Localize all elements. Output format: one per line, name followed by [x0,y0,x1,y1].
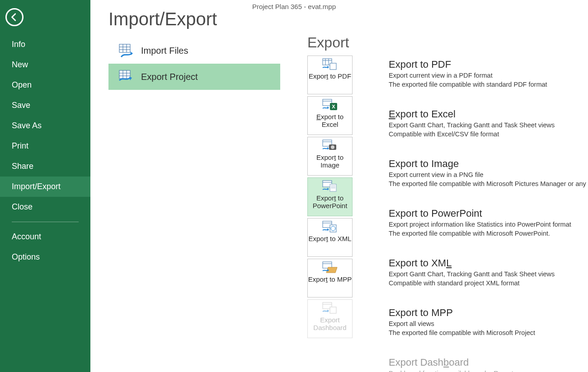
sidebar-item-options[interactable]: Options [0,247,90,267]
export-tile-xml[interactable]: Export to XML [307,218,353,257]
backstage-main: Import/Export Import Files Export Projec… [90,0,588,372]
import-files-icon [117,42,135,60]
page-title: Import/Export [108,9,280,29]
export-tile-excel-label: Export to Excel [308,113,352,129]
sidebar-item-new[interactable]: New [0,55,90,75]
backstage-sidebar: InfoNewOpenSaveSave AsPrintShareImport/E… [0,0,90,372]
export-desc-powerpoint: Export to PowerPointExport project infor… [389,208,588,246]
sidebar-item-save-as[interactable]: Save As [0,116,90,136]
export-desc-powerpoint-line: Export project information like Statisti… [389,220,588,229]
export-desc-dashboard-title: Export Dashboard [389,357,588,368]
import-files-label: Import Files [141,46,188,56]
export-desc-pdf-title: Export to PDF [389,59,588,70]
arrow-left-icon [9,12,19,22]
sidebar-item-share[interactable]: Share [0,156,90,177]
export-powerpoint-icon [322,180,338,193]
export-desc-powerpoint-title: Export to PowerPoint [389,208,588,219]
export-desc-dashboard-line: Dashboard function available under Repor… [389,369,588,372]
export-tile-dashboard-label: Export Dashboard [308,316,352,332]
export-desc-xml-line: Export Gantt Chart, Tracking Gantt and T… [389,270,588,279]
export-xml-icon [322,220,338,234]
export-desc-excel-line: Export Gantt Chart, Tracking Gantt and T… [389,121,588,130]
export-desc-mpp-line: The exported file compatible with Micros… [389,329,588,338]
export-heading: Export [307,34,362,51]
export-tile-pdf[interactable]: Export to PDF [307,56,353,94]
export-excel-icon: X [322,98,338,112]
svg-rect-0 [119,44,130,52]
svg-point-22 [331,145,334,149]
export-desc-pdf-line: The exported file compatible with standa… [389,80,588,89]
import-export-panel: Import/Export Import Files Export Projec… [108,9,280,372]
export-desc-pdf-line: Export current view in a PDF format [389,71,588,80]
export-desc-xml-line: Compatible with standard project XML for… [389,279,588,288]
export-desc-pdf: Export to PDFExport current view in a PD… [389,59,588,98]
sidebar-item-info[interactable]: Info [0,34,90,55]
sidebar-item-import-export[interactable]: Import/Export [0,177,90,197]
import-files-button[interactable]: Import Files [108,37,280,64]
export-descriptions-column: Export to PDFExport current view in a PD… [389,59,588,372]
export-tile-pdf-label: Export to PDF [309,72,351,80]
export-tile-mpp[interactable]: Export to MPP [307,259,353,298]
export-tile-powerpoint[interactable]: Export to PowerPoint [307,177,353,216]
export-desc-powerpoint-line: The exported file compatible with Micros… [389,229,588,238]
export-pdf-icon [322,58,338,71]
sidebar-item-save[interactable]: Save [0,95,90,116]
export-tiles-column: Export Export to PDF X Export to Excel E… [307,34,362,372]
export-desc-dashboard: Export DashboardDashboard function avail… [389,357,588,372]
export-tile-powerpoint-label: Export to PowerPoint [308,194,352,210]
back-button[interactable] [5,8,24,26]
export-desc-mpp-title: Export to MPP [389,307,588,319]
export-desc-mpp: Export to MPPExport all viewsThe exporte… [389,307,588,346]
svg-rect-14 [330,63,336,70]
export-tile-mpp-label: Export to MPP [308,275,352,283]
export-desc-image-line: The exported file compatible with Micros… [389,180,588,189]
export-desc-excel: Export to ExcelExport Gantt Chart, Track… [389,108,588,147]
export-desc-excel-title: Export to Excel [389,108,588,120]
export-image-icon [322,139,338,153]
export-desc-xml-title: Export to XML [389,257,588,269]
sidebar-divider [12,222,79,222]
export-mpp-icon [322,261,338,274]
export-project-button[interactable]: Export Project [108,64,280,90]
export-desc-image: Export to ImageExport current view in a … [389,158,588,197]
export-desc-image-title: Export to Image [389,158,588,170]
export-tile-image[interactable]: Export to Image [307,137,353,176]
svg-rect-5 [119,70,130,79]
export-tile-dashboard: Export Dashboard [307,299,353,338]
export-dashboard-icon [322,302,338,315]
export-tile-excel[interactable]: X Export to Excel [307,96,353,135]
export-desc-image-line: Export current view in a PNG file [389,171,588,180]
sidebar-item-open[interactable]: Open [0,75,90,95]
sidebar-item-close[interactable]: Close [0,197,90,217]
export-tile-xml-label: Export to XML [308,235,351,242]
sidebar-item-account[interactable]: Account [0,227,90,247]
export-desc-mpp-line: Export all views [389,320,588,329]
export-project-label: Export Project [141,72,198,82]
export-project-icon [117,68,135,86]
svg-text:X: X [332,104,335,109]
export-desc-excel-line: Compatible with Excel/CSV file format [389,130,588,139]
svg-rect-36 [330,307,336,313]
export-desc-xml: Export to XMLExport Gantt Chart, Trackin… [389,257,588,296]
sidebar-item-print[interactable]: Print [0,136,90,156]
export-tile-image-label: Export to Image [308,153,352,169]
